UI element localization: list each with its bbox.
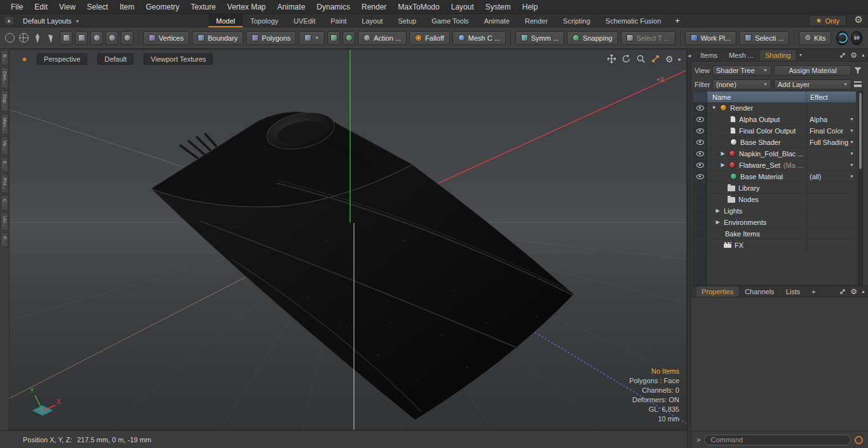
menu-dynamics[interactable]: Dynamics [311,1,356,13]
tab-setup[interactable]: Setup [390,14,424,27]
panel-gear-icon[interactable]: ⚙ [850,288,857,295]
visibility-eye-icon[interactable] [696,140,704,145]
work-plane-button[interactable]: Work Pl... [685,31,736,45]
napkin-model[interactable] [151,107,574,420]
expand-arrow-icon[interactable]: ▶ [720,162,726,168]
vertices-mode-button[interactable]: Vertices [143,31,189,45]
expand-arrow-icon[interactable]: ▶ [720,151,726,156]
expand-arrow-icon[interactable]: ▶ [715,219,721,225]
viewport-menu-dot-icon[interactable] [22,57,27,62]
tree-row-final-color-output[interactable]: Final Color Output Final Color ▼ [693,125,856,137]
visibility-eye-icon[interactable] [696,128,704,133]
effect-dropdown-icon[interactable]: ▼ [850,128,854,133]
side-tab-mesh[interactable]: Mes... [1,114,8,135]
effect-dropdown-icon[interactable]: ▼ [850,163,854,167]
tree-row-alpha-output[interactable]: Alpha Output Alpha ▼ [693,114,856,125]
list-options-icon[interactable] [854,81,862,87]
visibility-eye-icon[interactable] [696,105,704,111]
layout-up-icon[interactable]: ▲ [4,16,14,25]
command-input[interactable] [704,435,851,445]
tab-topology[interactable]: Topology [243,14,286,27]
mesh-constraint-button[interactable]: Mesh C ... [452,31,506,45]
falloff-button[interactable]: Falloff [409,31,450,45]
panel-splitter[interactable]: ◀ [687,49,691,448]
tree-row-nodes[interactable]: Nodes [693,194,856,205]
tree-row-base-shader[interactable]: Base Shader Full Shading ▼ [693,137,856,148]
menu-render[interactable]: Render [356,1,392,13]
solid-sphere-icon[interactable] [121,31,133,45]
side-tab-vertex[interactable]: Ve... [1,137,8,154]
side-tab-edge[interactable]: E... [1,157,8,172]
menu-vertex-map[interactable]: Vertex Map [222,1,272,13]
tab-model[interactable]: Model [208,14,243,27]
add-tab-button[interactable]: + [668,14,686,27]
polygons-mode-button[interactable]: Polygons [246,31,296,45]
instance-tool-icon[interactable] [90,31,103,45]
side-tab-den[interactable]: Den... [1,67,8,88]
panel-gear-icon[interactable]: ⚙ [850,51,857,59]
view-mode-dropdown[interactable]: Shader Tree ▼ [712,65,771,76]
expand-arrow-icon[interactable]: ▼ [711,105,717,111]
viewport-textures-dropdown[interactable]: Viewport Textures [144,53,213,65]
effect-dropdown-icon[interactable]: ▼ [850,174,854,179]
effect-dropdown-icon[interactable]: ▼ [850,117,854,121]
scrollbar-thumb[interactable] [859,93,862,169]
tree-row-library[interactable]: Library [693,182,856,194]
menu-texture[interactable]: Texture [185,1,221,13]
layout-preset-dropdown[interactable]: Default Layouts ▼ [19,16,83,26]
tab-animate[interactable]: Animate [477,14,517,27]
menu-system[interactable]: System [480,1,517,13]
action-center-button[interactable]: Action ... [358,31,407,45]
name-column-header[interactable]: Name [707,92,806,102]
pin-tool-icon[interactable] [32,31,43,45]
zoom-icon[interactable] [636,54,646,64]
tab-uvedit[interactable]: UVEdit [286,14,323,27]
collapse-arrow-icon[interactable]: ◀ [688,53,691,58]
tree-row-fx[interactable]: FX [693,240,856,251]
side-tab-dup[interactable]: Dup... [1,90,8,111]
tab-properties[interactable]: Properties [696,287,738,297]
modo-ten-icon[interactable]: 10 [851,31,862,45]
tree-row-lights[interactable]: ▶ Lights [693,205,856,217]
tab-schematic-fusion[interactable]: Schematic Fusion [598,14,668,27]
viewport-canvas[interactable] [10,50,687,430]
tree-row-napkin-material[interactable]: ▶ Napkin_Fold_Blac ... ▼ [693,148,856,160]
viewport-type-dropdown[interactable]: Perspective [37,53,87,65]
viewport-style-dropdown[interactable]: Default [97,53,133,65]
effect-dropdown-icon[interactable]: ▼ [850,140,854,144]
rotate-icon[interactable] [621,54,631,64]
tab-render[interactable]: Render [517,14,555,27]
tree-row-environments[interactable]: ▶ Environments [693,217,856,228]
tree-row-render[interactable]: ▼ Render [693,102,856,114]
visibility-eye-icon[interactable] [696,163,704,168]
viewport-more-arrow-icon[interactable]: ▸ [678,56,681,62]
pan-icon[interactable] [607,54,616,64]
macro-record-icon[interactable] [855,436,863,444]
add-panel-tab-button[interactable]: + [806,287,820,297]
pivot-tool-icon[interactable] [327,31,340,45]
array-tool-icon[interactable] [75,31,88,45]
visibility-eye-icon[interactable] [696,117,704,122]
menu-select[interactable]: Select [81,1,114,13]
selection-sets-button[interactable]: Selecti ... [739,31,789,45]
clone-tool-icon[interactable] [105,31,118,45]
menu-file[interactable]: File [5,1,29,13]
tab-list-chevron-icon[interactable]: ▼ [798,53,803,57]
menu-help[interactable]: Help [517,1,544,13]
kits-button[interactable]: ⚙ Kits [799,31,831,45]
menu-geometry[interactable]: Geometry [140,1,186,13]
expand-panel-icon[interactable] [839,51,846,59]
only-button[interactable]: ★ Only [809,15,847,26]
ellipse-tool-icon[interactable] [4,31,15,45]
panel-collapse-icon[interactable]: ▲ [861,53,865,57]
visibility-eye-icon[interactable] [696,151,704,156]
add-layer-dropdown[interactable]: Add Layer ▼ [774,79,851,90]
visibility-eye-icon[interactable] [696,174,704,179]
tab-channels[interactable]: Channels [740,287,779,297]
tab-items[interactable]: Items [695,50,722,60]
viewport-gear-icon[interactable]: ⚙ [665,55,674,64]
filter-dropdown[interactable]: (none) ▼ [712,79,771,90]
tab-layout[interactable]: Layout [354,14,390,27]
menu-animate[interactable]: Animate [271,1,311,13]
side-tab-basic[interactable]: B... [1,50,8,65]
